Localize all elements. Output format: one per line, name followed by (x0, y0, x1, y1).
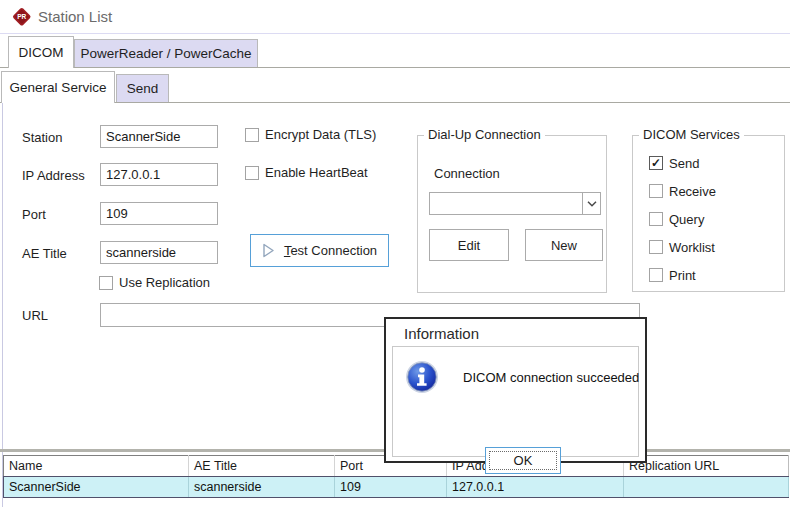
connection-label: Connection (434, 166, 500, 181)
dicom-services-group: DICOM Services ✓SendReceiveQueryWorklist… (632, 135, 785, 292)
url-label: URL (22, 308, 48, 323)
tabstrip-top-line (0, 33, 790, 34)
column-header[interactable]: Name (4, 456, 189, 477)
service-label: Print (669, 268, 696, 283)
checkbox-box[interactable] (649, 212, 663, 226)
ae-title-input[interactable] (100, 241, 218, 264)
enable-heartbeat-checkbox[interactable]: Enable HeartBeat (245, 165, 368, 180)
dialog-title: Information (404, 325, 479, 342)
service-checkbox-receive[interactable]: Receive (649, 177, 778, 205)
table-cell: 127.0.0.1 (447, 477, 624, 498)
svg-text:PR: PR (17, 13, 26, 20)
table-cell: ScannerSide (4, 477, 189, 498)
checkbox-box[interactable] (649, 268, 663, 282)
app-logo-icon: PR (10, 5, 34, 29)
play-icon (262, 243, 275, 258)
dialog-message: DICOM connection succeeded (463, 370, 639, 385)
ip-address-input[interactable] (100, 163, 218, 186)
use-replication-checkbox[interactable]: Use Replication (99, 275, 210, 290)
new-button[interactable]: New (525, 229, 603, 261)
test-connection-button[interactable]: Test Connection (250, 234, 389, 267)
dialup-group-title: Dial-Up Connection (424, 127, 545, 142)
port-label: Port (22, 207, 46, 222)
dropdown-arrow-button[interactable] (582, 193, 600, 214)
tab-powerreader-label: PowerReader / PowerCache (80, 46, 251, 61)
service-label: Send (669, 156, 699, 171)
checkbox-box[interactable] (649, 240, 663, 254)
station-list-window: PR Station List DICOM PowerReader / Powe… (0, 0, 790, 507)
table-cell: 109 (335, 477, 447, 498)
tab-general-service-label: General Service (10, 80, 107, 95)
encrypt-tls-label: Encrypt Data (TLS) (265, 127, 376, 142)
table-row[interactable]: ScannerSidescannerside109127.0.0.1 (4, 477, 789, 498)
test-connection-label: Test Connection (284, 243, 377, 258)
service-checkbox-send[interactable]: ✓Send (649, 149, 778, 177)
service-checkbox-query[interactable]: Query (649, 205, 778, 233)
window-title: Station List (38, 8, 112, 25)
tab-send[interactable]: Send (116, 74, 169, 102)
tab-dicom[interactable]: DICOM (8, 36, 74, 68)
new-button-label: New (551, 238, 577, 253)
column-header[interactable]: Replication URL (624, 456, 789, 477)
checkbox-box[interactable]: ✓ (649, 156, 663, 170)
station-label: Station (22, 130, 62, 145)
tab-dicom-label: DICOM (19, 45, 64, 60)
connection-dropdown[interactable] (429, 192, 601, 215)
checkbox-box[interactable] (99, 276, 113, 290)
page-left-border (2, 103, 3, 507)
edit-button[interactable]: Edit (429, 229, 509, 261)
port-input[interactable] (100, 202, 218, 225)
use-replication-label: Use Replication (119, 275, 210, 290)
service-checkbox-print[interactable]: Print (649, 261, 778, 289)
dialup-connection-group: Dial-Up Connection Connection Edit New (417, 135, 607, 293)
encrypt-tls-checkbox[interactable]: Encrypt Data (TLS) (245, 127, 376, 142)
information-dialog: Information DICOM connection succeeded O… (384, 317, 647, 463)
tab-general-service[interactable]: General Service (1, 71, 115, 103)
main-tabstrip-baseline (0, 67, 790, 68)
ip-address-label: IP Address (22, 168, 85, 183)
enable-heartbeat-label: Enable HeartBeat (265, 165, 368, 180)
service-checkbox-worklist[interactable]: Worklist (649, 233, 778, 261)
tab-send-label: Send (127, 81, 159, 96)
column-header[interactable]: AE Title (189, 456, 335, 477)
dialog-message-panel: DICOM connection succeeded OK (392, 346, 639, 457)
table-cell: scannerside (189, 477, 335, 498)
connection-dropdown-value (430, 193, 582, 214)
chevron-down-icon (587, 201, 597, 207)
dicom-services-list: ✓SendReceiveQueryWorklistPrint (649, 149, 778, 289)
checkbox-box[interactable] (245, 128, 259, 142)
tab-powerreader-powercache[interactable]: PowerReader / PowerCache (74, 39, 258, 67)
checkbox-box[interactable] (245, 166, 259, 180)
ok-button[interactable]: OK (485, 447, 561, 474)
table-cell (624, 477, 789, 498)
checkbox-box[interactable] (649, 184, 663, 198)
ae-title-label: AE Title (22, 246, 67, 261)
sub-tabstrip-baseline (0, 102, 790, 103)
edit-button-label: Edit (458, 238, 480, 253)
ok-button-label: OK (489, 451, 557, 470)
info-icon (405, 360, 439, 394)
dicom-services-title: DICOM Services (639, 127, 744, 142)
station-input[interactable] (100, 125, 218, 148)
service-label: Query (669, 212, 704, 227)
service-label: Receive (669, 184, 716, 199)
service-label: Worklist (669, 240, 715, 255)
